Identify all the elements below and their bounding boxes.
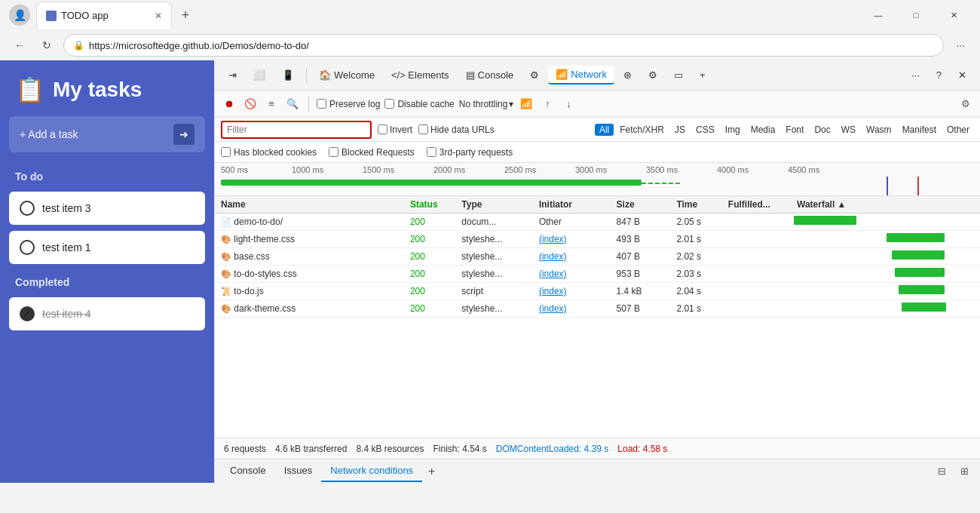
col-header-fulfilled[interactable]: Fulfilled... xyxy=(722,196,791,213)
bottom-tab-issues[interactable]: Issues xyxy=(275,460,322,482)
status-dom-content-loaded[interactable]: DOMContentLoaded: 4.39 s xyxy=(496,444,608,454)
table-row[interactable]: 🎨 base.css 200 styleshe... (index) 407 B… xyxy=(215,248,980,266)
tab-performance[interactable]: ⚙ xyxy=(522,66,547,84)
waterfall-bar xyxy=(887,233,945,242)
blocked-requests-input[interactable] xyxy=(329,147,338,157)
throttling-dropdown[interactable]: No throttling ▾ xyxy=(459,99,514,109)
type-filter-ws[interactable]: WS xyxy=(837,124,860,136)
back-button[interactable]: ← xyxy=(9,35,30,56)
type-filter-js[interactable]: JS xyxy=(670,124,690,136)
wifi-icon[interactable]: 📶 xyxy=(518,96,534,112)
disable-cache-input[interactable] xyxy=(384,99,394,109)
initiator-link[interactable]: (index) xyxy=(539,251,567,262)
maximize-button[interactable]: □ xyxy=(899,3,933,27)
hide-data-urls-checkbox[interactable]: Hide data URLs xyxy=(418,124,495,135)
initiator-link[interactable]: (index) xyxy=(539,303,567,314)
initiator-link[interactable]: (index) xyxy=(539,286,567,296)
type-filter-media[interactable]: Media xyxy=(746,124,780,136)
preserve-log-input[interactable] xyxy=(317,99,326,109)
col-header-initiator[interactable]: Initiator xyxy=(533,196,611,213)
filter-input[interactable] xyxy=(227,124,348,135)
devtools-help-button[interactable]: ? xyxy=(929,66,949,84)
has-blocked-cookies-checkbox[interactable]: Has blocked cookies xyxy=(221,147,317,158)
cell-time: 2.01 s xyxy=(670,231,721,248)
browser-more-button[interactable]: ··· xyxy=(950,35,971,56)
col-header-type[interactable]: Type xyxy=(455,196,533,213)
col-header-size[interactable]: Size xyxy=(611,196,671,213)
col-header-time[interactable]: Time xyxy=(670,196,721,213)
new-tab-button[interactable]: + xyxy=(175,5,196,26)
col-header-status[interactable]: Status xyxy=(404,196,455,213)
tab-add[interactable]: + xyxy=(692,66,713,84)
task-item-completed-1[interactable]: ✓ test item 4 xyxy=(9,297,205,330)
type-filter-img[interactable]: Img xyxy=(721,124,745,136)
devtools-close-button[interactable]: ✕ xyxy=(951,66,974,84)
minimize-button[interactable]: — xyxy=(861,3,896,27)
bottom-tab-add[interactable]: + xyxy=(422,462,441,481)
download-icon[interactable]: ↓ xyxy=(560,96,577,112)
status-resources: 8.4 kB resources xyxy=(356,444,424,454)
task-item-2[interactable]: test item 1 xyxy=(9,231,205,264)
tab-elements[interactable]: </> Elements xyxy=(384,66,457,84)
cell-time: 2.01 s xyxy=(670,300,721,318)
invert-checkbox[interactable]: Invert xyxy=(378,124,412,135)
blocked-requests-checkbox[interactable]: Blocked Requests xyxy=(329,147,415,158)
add-task-button[interactable]: + Add a task ➜ xyxy=(9,116,205,152)
task-checkbox-completed-1[interactable]: ✓ xyxy=(20,306,35,321)
task-item-1[interactable]: test item 3 xyxy=(9,192,205,225)
type-filter-fetch-xhr[interactable]: Fetch/XHR xyxy=(615,124,669,136)
devtools-dock-button[interactable]: ⇥ xyxy=(221,66,244,84)
table-row[interactable]: 📜 to-do.js 200 script (index) 1.4 kB 2.0… xyxy=(215,283,980,300)
tl-label-4000: 4000 ms xyxy=(717,165,788,174)
has-blocked-cookies-input[interactable] xyxy=(221,147,231,157)
network-settings-button[interactable]: ⚙ xyxy=(957,96,974,112)
table-row[interactable]: 🎨 light-theme.css 200 styleshe... (index… xyxy=(215,231,980,248)
type-filter-font[interactable]: Font xyxy=(781,124,808,136)
initiator-link[interactable]: (index) xyxy=(539,269,567,279)
type-filter-wasm[interactable]: Wasm xyxy=(862,124,896,136)
task-checkbox-2[interactable] xyxy=(20,240,35,255)
record-button[interactable]: ⏺ xyxy=(221,96,237,112)
url-bar[interactable]: 🔒 https://microsoftedge.github.io/Demos/… xyxy=(63,34,944,57)
upload-icon[interactable]: ↑ xyxy=(539,96,556,112)
invert-input[interactable] xyxy=(378,124,387,134)
initiator-link[interactable]: (index) xyxy=(539,234,567,244)
devtools-device-button[interactable]: 📱 xyxy=(274,66,302,84)
col-header-name[interactable]: Name xyxy=(215,196,404,213)
toolbar-separator-2 xyxy=(308,97,309,112)
browser-tab-active[interactable]: TODO app ✕ xyxy=(36,2,172,29)
third-party-requests-checkbox[interactable]: 3rd-party requests xyxy=(427,147,513,158)
tab-welcome[interactable]: 🏠 Welcome xyxy=(311,66,382,84)
type-filter-other[interactable]: Other xyxy=(942,124,974,136)
hide-data-urls-input[interactable] xyxy=(418,124,428,134)
tab-console[interactable]: ▤ Console xyxy=(458,66,522,84)
type-filter-manifest[interactable]: Manifest xyxy=(898,124,941,136)
tab-network[interactable]: 📶 Network xyxy=(548,66,614,84)
refresh-button[interactable]: ↻ xyxy=(36,35,57,56)
table-row[interactable]: 🎨 to-do-styles.css 200 styleshe... (inde… xyxy=(215,266,980,283)
table-row[interactable]: 🎨 dark-theme.css 200 styleshe... (index)… xyxy=(215,300,980,318)
type-filter-css[interactable]: CSS xyxy=(691,124,719,136)
close-button[interactable]: ✕ xyxy=(936,3,971,27)
type-filter-all[interactable]: All xyxy=(595,124,614,136)
table-row[interactable]: 📄 demo-to-do/ 200 docum... Other 847 B 2… xyxy=(215,213,980,231)
tab-close-button[interactable]: ✕ xyxy=(155,11,162,21)
devtools-inspect-button[interactable]: ⬜ xyxy=(246,66,273,84)
col-header-waterfall[interactable]: Waterfall ▲ xyxy=(791,196,980,213)
bottom-tab-console[interactable]: Console xyxy=(221,460,275,482)
bottom-tab-network-conditions[interactable]: Network conditions xyxy=(321,460,422,482)
third-party-requests-input[interactable] xyxy=(427,147,436,157)
search-button[interactable]: 🔍 xyxy=(284,96,301,112)
dock-side-button[interactable]: ⊞ xyxy=(954,462,974,481)
filter-toggle-button[interactable]: ≡ xyxy=(263,96,280,112)
tab-device-mode[interactable]: ▭ xyxy=(666,66,691,84)
disable-cache-checkbox[interactable]: Disable cache xyxy=(384,99,454,109)
type-filter-doc[interactable]: Doc xyxy=(810,124,835,136)
dock-bottom-button[interactable]: ⊟ xyxy=(932,462,951,481)
devtools-more-button[interactable]: ··· xyxy=(904,66,927,84)
tab-sources[interactable]: ⊛ xyxy=(616,66,639,84)
clear-button[interactable]: 🚫 xyxy=(242,96,259,112)
tab-settings[interactable]: ⚙ xyxy=(641,66,665,84)
task-checkbox-1[interactable] xyxy=(20,201,35,216)
preserve-log-checkbox[interactable]: Preserve log xyxy=(317,99,380,109)
